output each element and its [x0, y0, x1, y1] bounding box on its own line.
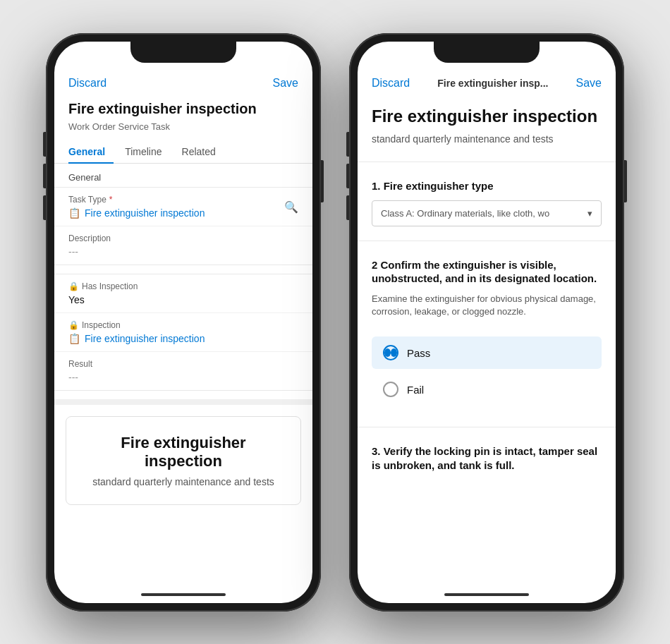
question-3-block: 3. Verify the locking pin is intact, tam…	[358, 433, 616, 485]
page-subtitle-1: Work Order Service Task	[54, 120, 312, 140]
field-value-task-type[interactable]: 📋 Fire extinguisher inspection	[68, 207, 298, 219]
home-indicator-1	[54, 586, 312, 603]
radio-option-fail[interactable]: Fail	[372, 373, 602, 406]
inspection-icon: 📋	[68, 333, 80, 344]
field-group-locked: 🔒 Has Inspection Yes 🔒 Inspection 📋	[54, 274, 312, 391]
radio-label-pass: Pass	[407, 347, 430, 359]
field-description: Description ---	[54, 226, 312, 265]
question-2-block: 2 Confirm the extinguisher is visible, u…	[358, 247, 616, 332]
discard-button-2[interactable]: Discard	[372, 77, 410, 90]
field-label-result: Result	[68, 359, 298, 369]
field-label-inspection: 🔒 Inspection	[68, 320, 298, 330]
radio-circle-fail	[383, 382, 398, 397]
field-value-result: ---	[68, 372, 298, 383]
question-1-text: 1. Fire extinguisher type	[372, 179, 602, 193]
preview-card-description: standard quarterly maintenance and tests	[80, 476, 286, 487]
field-value-inspection[interactable]: 📋 Fire extinguisher inspection	[68, 333, 298, 344]
field-value-description[interactable]: ---	[68, 246, 298, 257]
preview-card-title: Fire extinguisher inspection	[80, 434, 286, 470]
field-label-description: Description	[68, 233, 298, 243]
phone-1: Discard Save Fire extinguisher inspectio…	[46, 33, 321, 612]
dropdown-chevron-icon: ▾	[587, 208, 592, 219]
divider-3	[358, 427, 616, 427]
section-divider	[54, 399, 312, 405]
notch-1	[130, 42, 236, 63]
field-has-inspection: 🔒 Has Inspection Yes	[54, 274, 312, 313]
field-group-main: Task Type* 📋 Fire extinguisher inspectio…	[54, 187, 312, 265]
tab-general[interactable]: General	[68, 140, 114, 163]
nav-bar-2: Discard Fire extinguisher insp... Save	[358, 68, 616, 95]
question-3-text: 3. Verify the locking pin is intact, tam…	[372, 444, 602, 472]
divider-1	[358, 162, 616, 162]
question-2-text: 2 Confirm the extinguisher is visible, u…	[372, 258, 602, 286]
field-inspection: 🔒 Inspection 📋 Fire extinguisher inspect…	[54, 313, 312, 352]
question-2-hint: Examine the extinguisher for obvious phy…	[372, 293, 602, 318]
discard-button-1[interactable]: Discard	[68, 77, 106, 90]
phone-2: Discard Fire extinguisher insp... Save F…	[349, 33, 624, 612]
detail-title: Fire extinguisher inspection	[358, 95, 616, 131]
home-bar-1	[141, 593, 226, 596]
dropdown-extinguisher-type[interactable]: Class A: Ordinary materials, like cloth,…	[372, 200, 602, 226]
lock-icon-2: 🔒	[68, 320, 79, 330]
field-task-type: Task Type* 📋 Fire extinguisher inspectio…	[54, 188, 312, 226]
search-icon[interactable]: 🔍	[284, 200, 298, 213]
tab-timeline[interactable]: Timeline	[125, 140, 170, 163]
field-label-has-inspection: 🔒 Has Inspection	[68, 281, 298, 291]
section-header-general: General	[54, 164, 312, 187]
required-indicator: *	[109, 195, 113, 205]
save-button-2[interactable]: Save	[576, 77, 602, 90]
page-title-1: Fire extinguisher inspection	[54, 95, 312, 120]
radio-option-pass[interactable]: Pass	[372, 336, 602, 369]
save-button-1[interactable]: Save	[273, 77, 298, 90]
field-value-has-inspection: Yes	[68, 294, 298, 305]
notch-2	[434, 42, 540, 63]
task-type-icon: 📋	[68, 207, 80, 219]
dropdown-placeholder: Class A: Ordinary materials, like cloth,…	[381, 208, 549, 219]
preview-card: Fire extinguisher inspection standard qu…	[66, 416, 301, 505]
radio-circle-pass	[383, 345, 398, 360]
nav-bar-1: Discard Save	[54, 68, 312, 95]
field-result: Result ---	[54, 352, 312, 390]
radio-label-fail: Fail	[407, 384, 424, 396]
tab-related[interactable]: Related	[182, 140, 224, 163]
divider-2	[358, 241, 616, 241]
tabs-1: General Timeline Related	[54, 140, 312, 164]
home-indicator-2	[358, 586, 616, 603]
field-label-task-type: Task Type*	[68, 195, 298, 205]
nav-title-2: Fire extinguisher insp...	[437, 78, 548, 89]
home-bar-2	[444, 593, 529, 596]
detail-subtitle: standard quarterly maintenance and tests	[358, 130, 616, 156]
lock-icon-1: 🔒	[68, 281, 79, 291]
question-1-block: 1. Fire extinguisher type Class A: Ordin…	[358, 168, 616, 235]
